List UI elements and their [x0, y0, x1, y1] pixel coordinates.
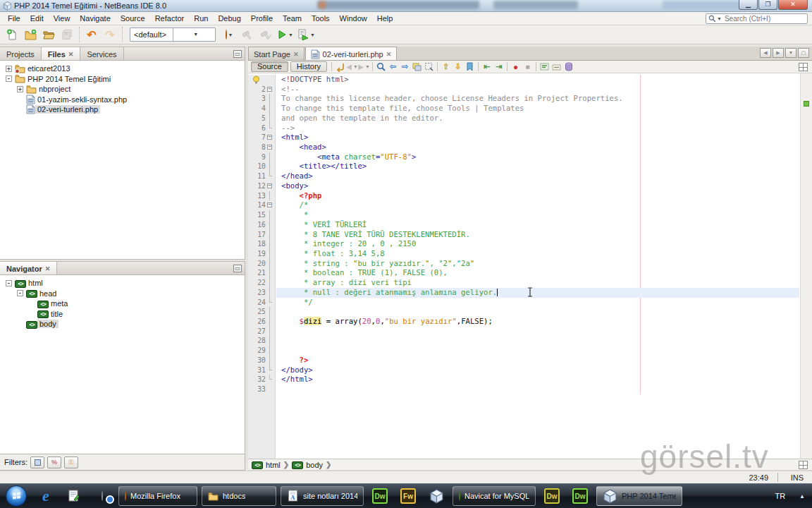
code-line[interactable] [276, 346, 799, 356]
language-indicator[interactable]: TR [769, 492, 791, 500]
menu-window[interactable]: Window [335, 13, 372, 24]
code-line[interactable]: <html> [276, 133, 799, 143]
source-view-button[interactable]: Source [251, 61, 288, 72]
shift-left-button[interactable]: ⇤ [481, 61, 493, 72]
menu-view[interactable]: View [49, 13, 75, 24]
code-line[interactable]: <!-- [276, 85, 799, 95]
tree-expander-icon[interactable]: - [6, 280, 12, 286]
code-fold-control[interactable]: − [267, 200, 273, 210]
last-edit-button[interactable] [334, 61, 346, 72]
dropdown-arrow-icon[interactable]: ▼ [288, 32, 293, 37]
tab-list-dropdown-button[interactable]: ▼ [785, 48, 796, 58]
code-line[interactable]: <body> [276, 181, 799, 191]
breadcrumb-item-html[interactable]: <>html❯ [252, 460, 289, 469]
code-line[interactable] [276, 307, 799, 317]
dom-node-body[interactable]: <>body [0, 319, 245, 329]
find-next-button[interactable]: ⇨ [399, 61, 411, 72]
code-line[interactable]: /* [276, 200, 799, 210]
dom-node-head[interactable]: -<>head [0, 289, 245, 299]
taskbar-icon-dreamweaver-3[interactable]: Dw [568, 485, 592, 507]
previous-bookmark-button[interactable]: ⇧ [440, 61, 452, 72]
code-line[interactable]: </body> [276, 365, 799, 375]
uncomment-button[interactable] [550, 61, 562, 72]
new-project-button[interactable] [21, 26, 39, 43]
code-fold-control[interactable]: − [267, 85, 273, 95]
close-tab-icon[interactable]: ✕ [45, 265, 51, 272]
shift-right-button[interactable]: ⇥ [493, 61, 505, 72]
find-previous-button[interactable]: ⇦ [387, 61, 399, 72]
taskbar-icon-dreamweaver[interactable]: Dw [368, 485, 392, 507]
file-node-01-yazim-sekli-syntax-php[interactable]: 01-yazim-sekli-syntax.php [0, 95, 245, 105]
code-line[interactable] [276, 385, 799, 394]
close-tab-icon[interactable]: ✕ [386, 51, 392, 58]
split-window-icon[interactable] [799, 461, 808, 469]
next-bookmark-button[interactable]: ⇩ [452, 61, 464, 72]
new-file-button[interactable] [3, 26, 21, 43]
dropdown-arrow-icon[interactable]: ▼ [173, 28, 216, 41]
code-line[interactable]: * 8 TANE VERİ TÜRÜ DESTEKLENMEKTEDİR. [276, 230, 799, 240]
tab-navigator[interactable]: Navigator ✕ [0, 262, 57, 274]
menu-tools[interactable]: Tools [307, 13, 335, 24]
record-macro-button[interactable]: ● [510, 61, 522, 72]
code-line[interactable]: To change this template file, choose Too… [276, 104, 799, 114]
taskbar-button-firefox-window[interactable]: Mozilla Firefox [118, 486, 197, 506]
taskbar-icon-text-editor[interactable] [62, 485, 86, 507]
code-fold-control[interactable]: − [267, 181, 273, 191]
scroll-tabs-right-button[interactable]: ▶ [773, 48, 784, 58]
code-line[interactable]: * [276, 210, 799, 220]
code-line[interactable]: */ [276, 298, 799, 308]
rect-selection-button[interactable] [423, 61, 435, 72]
search-scope-dropdown-icon[interactable]: ▼ [717, 16, 722, 21]
tab-files[interactable]: Files✕ [42, 47, 81, 60]
minimize-panel-icon[interactable]: ▭ [233, 50, 242, 58]
open-project-button[interactable] [39, 26, 58, 43]
menu-help[interactable]: Help [372, 13, 398, 24]
taskbar-button-navicat-window[interactable]: Navicat for MySQL [453, 486, 536, 506]
code-line[interactable] [276, 336, 799, 346]
code-line[interactable]: * null : değeri atanmamış anlamına geliy… [276, 288, 799, 298]
code-line[interactable]: <?php [276, 191, 799, 201]
taskbar-icon-internet-explorer[interactable]: e [34, 485, 58, 507]
menu-debug[interactable]: Debug [213, 13, 245, 24]
code-line[interactable]: --> [276, 123, 799, 133]
tray-expand-icon[interactable]: ▲ [795, 493, 809, 500]
code-line[interactable]: To change this license header, choose Li… [276, 94, 799, 104]
menu-profile[interactable]: Profile [246, 13, 278, 24]
minimize-panel-icon[interactable]: ▭ [233, 265, 242, 272]
taskbar-button-htdocs-window[interactable]: htdocs [202, 486, 276, 506]
code-fold-control[interactable]: − [267, 143, 273, 152]
code-line[interactable]: $dizi = array(20,0,"bu bir yazıdır",FALS… [276, 317, 799, 327]
find-selection-button[interactable] [375, 61, 387, 72]
code-line[interactable]: * array : dizi veri tipi [276, 278, 799, 288]
menu-source[interactable]: Source [116, 13, 150, 24]
dropdown-arrow-icon[interactable]: ▼ [365, 64, 370, 69]
file-node-02-veri-turleri-php[interactable]: 02-veri-turleri.php [0, 104, 245, 115]
taskbar-icon-fireworks[interactable]: Fw [396, 485, 420, 507]
editor-tab-start-page[interactable]: Start Page✕ [248, 47, 304, 60]
code-line[interactable]: </html> [276, 375, 799, 385]
comment-button[interactable] [539, 61, 550, 72]
start-button[interactable] [6, 485, 27, 507]
code-line[interactable]: * float : 3,14 5,8 [276, 249, 799, 259]
filter-show-non-public-button[interactable]: ⚿ [64, 456, 78, 468]
back-button[interactable]: ◀▼ [346, 61, 358, 72]
close-tab-icon[interactable]: ✕ [293, 51, 299, 58]
dom-node-html[interactable]: -<>html [0, 278, 245, 289]
editor-tab-02-veri-turleri-php[interactable]: 02-veri-turleri.php✕ [305, 47, 398, 60]
code-editor[interactable]: 2−34567−8−9101112−1314−15161718192021222… [248, 73, 812, 459]
split-window-icon[interactable] [799, 63, 808, 71]
stop-macro-button[interactable]: ■ [522, 61, 534, 72]
hint-bulb-icon[interactable] [252, 75, 260, 84]
file-node-php-2014-temel-e-itimi[interactable]: -PHP 2014 Temel Eğitimi [0, 74, 245, 85]
file-node-eticaret2013[interactable]: +eticaret2013 [0, 64, 245, 74]
dom-node-title[interactable]: <>title [0, 309, 245, 320]
menu-file[interactable]: File [3, 13, 25, 24]
tree-expander-icon[interactable]: + [17, 86, 23, 92]
code-line[interactable]: and open the template in the editor. [276, 114, 799, 123]
tab-projects[interactable]: Projects [0, 47, 42, 60]
code-line[interactable]: <head> [276, 143, 799, 152]
code-line[interactable]: <title></title> [276, 162, 799, 171]
code-line[interactable]: <!DOCTYPE html> [276, 75, 799, 85]
run-configuration-select[interactable]: <default>▼ [130, 28, 216, 42]
code-line[interactable]: </head> [276, 171, 799, 181]
